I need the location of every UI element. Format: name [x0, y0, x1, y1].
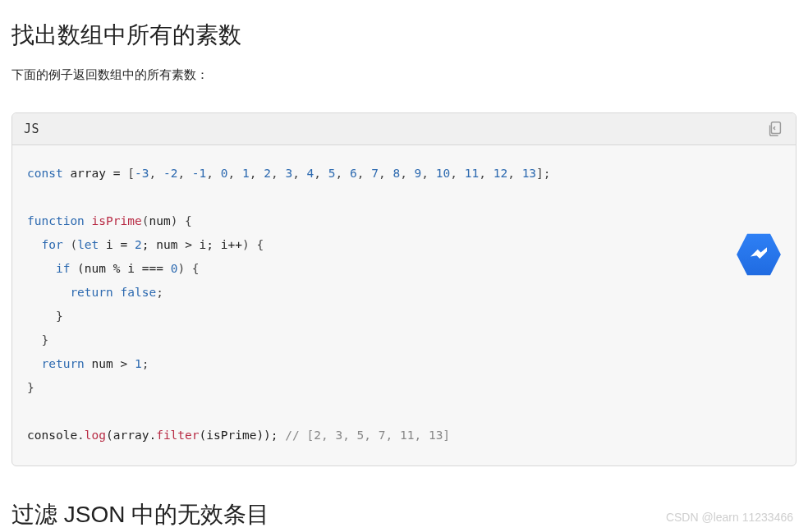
code-block: JS const array = [-3, -2, -1, 0, 1, 2, 3…: [11, 112, 797, 466]
code-block-header: JS: [12, 113, 796, 145]
code-content: const array = [-3, -2, -1, 0, 1, 2, 3, 4…: [12, 145, 796, 466]
intro-paragraph: 下面的例子返回数组中的所有素数：: [11, 67, 797, 83]
copy-icon[interactable]: [766, 120, 784, 138]
thunder-badge-hexagon: [736, 232, 782, 277]
bird-icon: [746, 242, 771, 267]
section-heading-primes: 找出数组中所有的素数: [11, 20, 797, 51]
svg-rect-0: [771, 122, 780, 134]
code-language-label: JS: [24, 122, 39, 136]
thunder-badge[interactable]: [736, 232, 782, 277]
section-heading-json-filter: 过滤 JSON 中的无效条目: [11, 499, 797, 530]
